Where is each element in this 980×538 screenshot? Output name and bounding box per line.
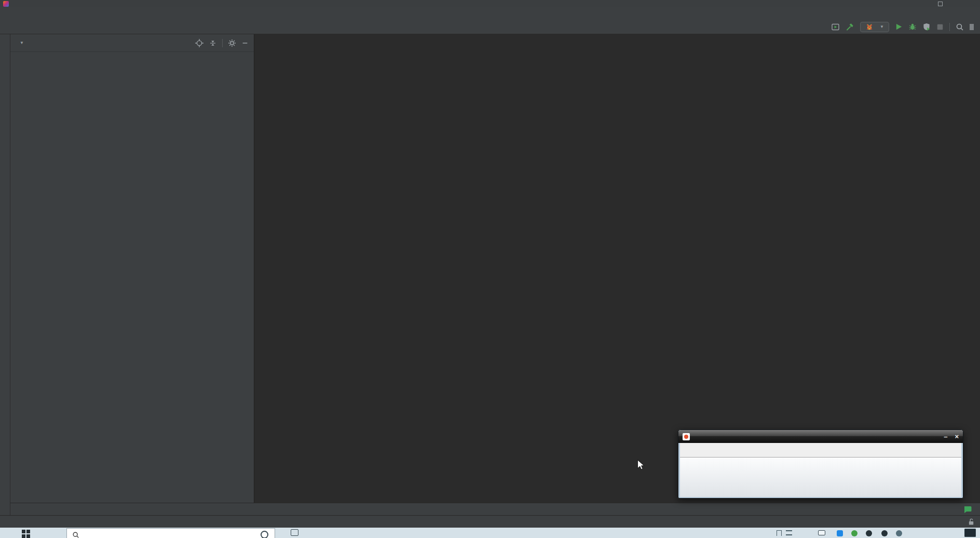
run-button[interactable]: [895, 23, 903, 31]
run-configuration-select[interactable]: ▼: [860, 22, 889, 32]
debug-button[interactable]: [908, 23, 917, 31]
tomcat-icon: [865, 23, 874, 31]
project-tool-window: ▼: [10, 34, 254, 503]
event-log-balloon-icon: [963, 506, 972, 513]
tray-dark-icon-2[interactable]: [881, 530, 888, 536]
window-restore-button[interactable]: [938, 2, 943, 6]
run-toolbar: ▼: [831, 22, 974, 32]
build-hammer-icon[interactable]: [846, 23, 854, 31]
toolbar-divider: [949, 23, 950, 31]
windows-taskbar: [0, 528, 980, 538]
run-anything-icon[interactable]: [831, 23, 840, 31]
collapse-all-icon[interactable]: [209, 39, 217, 47]
tray-dark-icon-1[interactable]: [866, 530, 872, 536]
tray-touchpad-icon[interactable]: [818, 530, 825, 535]
chevron-down-icon[interactable]: ▼: [20, 41, 24, 45]
left-tool-window-bar: [0, 34, 10, 528]
ocam-tab-bar: [680, 443, 961, 458]
locate-file-icon[interactable]: [195, 39, 203, 47]
stop-button[interactable]: [936, 23, 944, 31]
tray-flag-icon[interactable]: [777, 530, 782, 536]
toolbar-extra-icon[interactable]: [970, 23, 974, 31]
tray-gray-icon[interactable]: [896, 530, 902, 536]
title-bar: [0, 0, 980, 7]
unlock-icon[interactable]: [968, 518, 975, 526]
tray-blue-app-icon[interactable]: [837, 530, 843, 536]
panel-header-divider: [222, 39, 223, 47]
navigation-bar: ▼: [0, 20, 980, 34]
ocam-logo-icon: [683, 433, 690, 440]
search-everywhere-icon[interactable]: [956, 23, 964, 31]
ocam-window: – ×: [678, 429, 963, 499]
mouse-cursor-icon: [637, 459, 646, 473]
ocam-body: [680, 458, 961, 497]
tray-lines-icon[interactable]: [786, 530, 792, 535]
start-button[interactable]: [22, 530, 30, 538]
menu-bar: [0, 7, 980, 20]
ocam-minimize-button[interactable]: –: [944, 433, 947, 440]
chevron-down-icon: ▼: [880, 24, 884, 29]
run-with-coverage-button[interactable]: [922, 23, 931, 31]
event-log-button[interactable]: [963, 506, 975, 513]
bottom-tool-window-bar: [10, 503, 980, 515]
hide-panel-icon[interactable]: [241, 39, 249, 47]
intellij-window: ▼ ▼: [0, 0, 980, 538]
project-tree: [10, 52, 254, 503]
gear-icon[interactable]: [228, 39, 236, 47]
taskbar-search-box[interactable]: [66, 528, 275, 538]
cortana-icon[interactable]: [261, 531, 268, 538]
notification-center-icon[interactable]: [964, 529, 976, 537]
ocam-title-bar[interactable]: – ×: [678, 430, 963, 443]
tray-green-app-icon[interactable]: [851, 530, 857, 536]
ocam-close-button[interactable]: ×: [955, 433, 959, 440]
search-icon: [72, 531, 79, 538]
project-panel-header: ▼: [10, 34, 254, 52]
task-view-icon[interactable]: [291, 529, 298, 536]
status-bar: [0, 515, 980, 528]
intellij-logo-icon: [3, 1, 9, 7]
